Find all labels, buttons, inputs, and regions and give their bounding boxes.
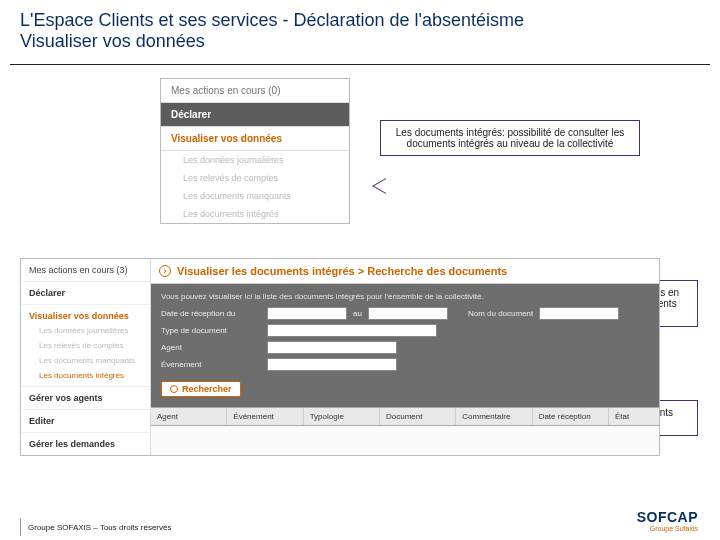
menu-sub-releves[interactable]: Les relevés de comptes	[161, 169, 349, 187]
sidebar-sub-integres[interactable]: Les documents intégrés	[21, 368, 150, 387]
sidebar-sub-manquants[interactable]: Les documents manquants	[21, 353, 150, 368]
menu-sub-journalieres[interactable]: Les données journalières	[161, 151, 349, 169]
label-date-reception: Date de réception du	[161, 309, 261, 318]
brand-logo: SOFCAP Groupe Sofaxis	[637, 509, 698, 532]
search-button-label: Rechercher	[182, 384, 232, 394]
col-typologie: Typologie	[304, 408, 380, 425]
label-type-document: Type de document	[161, 326, 261, 335]
sidebar-editer[interactable]: Editer	[21, 410, 150, 433]
label-agent: Agent	[161, 343, 261, 352]
sidebar-sub-releves[interactable]: Les relevés de comptes	[21, 338, 150, 353]
title-line-1: L'Espace Clients et ses services - Décla…	[20, 10, 700, 31]
sidebar-actions[interactable]: Mes actions en cours (3)	[21, 259, 150, 282]
input-date-from[interactable]	[267, 307, 347, 320]
select-type-document[interactable]	[267, 324, 437, 337]
label-au: au	[353, 309, 362, 318]
logo-subtitle: Groupe Sofaxis	[637, 525, 698, 532]
col-commentaire: Commentaire	[456, 408, 532, 425]
title-line-2: Visualiser vos données	[20, 31, 700, 52]
input-date-to[interactable]	[368, 307, 448, 320]
col-date-reception: Date réception	[533, 408, 609, 425]
menu-declarer[interactable]: Déclarer	[161, 103, 349, 127]
input-agent[interactable]	[267, 341, 397, 354]
slide-title: L'Espace Clients et ses services - Décla…	[0, 0, 720, 58]
sidebar-sub-journalieres[interactable]: Les données journalières	[21, 323, 150, 338]
input-nom-document[interactable]	[539, 307, 619, 320]
app-main: › Visualiser les documents intégrés > Re…	[151, 259, 659, 455]
col-document: Document	[380, 408, 456, 425]
app-screenshot: Mes actions en cours (3) Déclarer Visual…	[20, 258, 660, 456]
filter-form: Vous pouvez visualiser ici la liste des …	[151, 284, 659, 407]
col-agent: Agent	[151, 408, 227, 425]
panel-title: Visualiser les documents intégrés > Rech…	[177, 265, 507, 277]
label-evenement: Événement	[161, 360, 261, 369]
search-icon	[170, 385, 178, 393]
input-evenement[interactable]	[267, 358, 397, 371]
title-divider	[10, 64, 710, 65]
callout-documents-integres: Les documents intégrés: possibilité de c…	[380, 120, 640, 156]
footer-copyright: Groupe SOFAXIS – Tous droits réservés	[28, 523, 171, 532]
logo-name: SOFCAP	[637, 509, 698, 525]
col-evenement: Événement	[227, 408, 303, 425]
app-sidebar: Mes actions en cours (3) Déclarer Visual…	[21, 259, 151, 455]
results-table-header: Agent Événement Typologie Document Comme…	[151, 407, 659, 426]
col-etat: État	[609, 408, 659, 425]
panel-header: › Visualiser les documents intégrés > Re…	[151, 259, 659, 284]
menu-sub-integres[interactable]: Les documents intégrés	[161, 205, 349, 223]
callout-tail-1	[372, 178, 386, 194]
menu-panel-screenshot: Mes actions en cours (0) Déclarer Visual…	[160, 78, 350, 224]
menu-sub-manquants[interactable]: Les documents manquants	[161, 187, 349, 205]
menu-visualiser[interactable]: Visualiser vos données	[161, 127, 349, 151]
sidebar-gerer-demandes[interactable]: Gérer les demandes	[21, 433, 150, 455]
sidebar-visualiser[interactable]: Visualiser vos données	[21, 305, 150, 323]
sidebar-gerer-agents[interactable]: Gérer vos agents	[21, 387, 150, 410]
sidebar-declarer[interactable]: Déclarer	[21, 282, 150, 305]
search-button[interactable]: Rechercher	[161, 381, 241, 397]
label-nom-document: Nom du document	[468, 309, 533, 318]
refresh-icon: ›	[159, 265, 171, 277]
menu-actions-en-cours[interactable]: Mes actions en cours (0)	[161, 79, 349, 103]
panel-description: Vous pouvez visualiser ici la liste des …	[161, 292, 649, 301]
footer-bar	[20, 518, 21, 536]
